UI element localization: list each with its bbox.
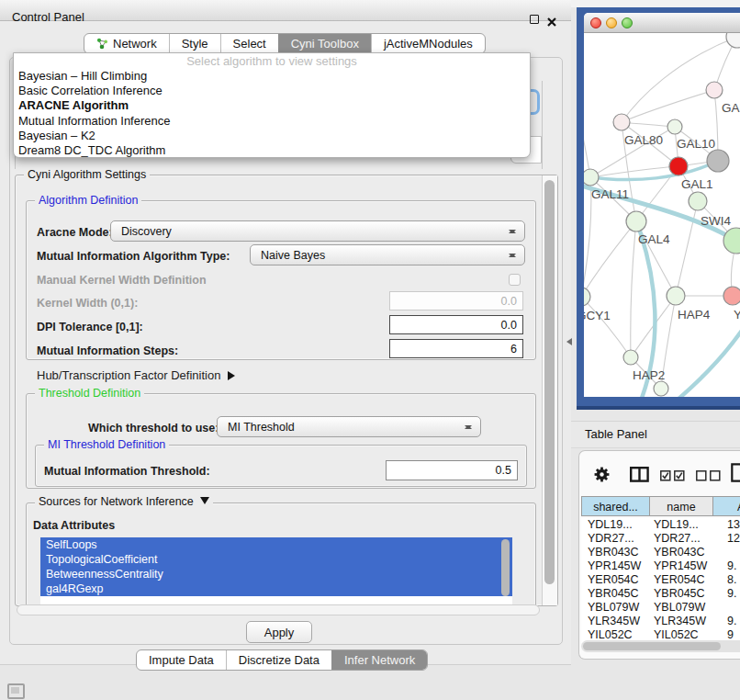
network-node-hap2[interactable]: [623, 350, 638, 365]
table-cell: YBR045C: [588, 587, 639, 601]
algorithm-item-bayesian-hill-climbing[interactable]: Bayesian – Hill Climbing: [14, 69, 530, 84]
table-row[interactable]: YDL19...YDL19...13: [581, 518, 740, 532]
dpi-tolerance-field[interactable]: 0.0: [389, 315, 523, 334]
network-node-unlabeled[interactable]: [654, 381, 668, 396]
network-canvas[interactable]: GALGAL80GAL10GAL1GAL11SWI4GAL4GCY1HAP4YH…: [584, 33, 740, 397]
table-row[interactable]: YBL079WYBL079W: [581, 601, 740, 615]
tab-style[interactable]: Style: [169, 34, 220, 53]
table-cell: YBL079W: [654, 601, 705, 615]
table-row[interactable]: YPR145WYPR145W9.: [581, 559, 740, 573]
group-border-fragment: [542, 81, 543, 169]
attributes-scrollbar-thumb[interactable]: [501, 539, 510, 596]
tab-network[interactable]: Network: [84, 34, 169, 53]
sources-title-row[interactable]: Sources for Network Inference: [35, 495, 213, 509]
aracne-mode-select[interactable]: Discovery: [110, 220, 525, 242]
network-node-swi4[interactable]: [689, 192, 707, 210]
network-edge: [631, 221, 636, 357]
tab-label: Infer Network: [344, 653, 415, 667]
network-node-hap4[interactable]: [667, 287, 685, 305]
aracne-mode-value: Discovery: [121, 225, 172, 238]
minimized-panel-icon[interactable]: [7, 683, 25, 699]
attribute-item-gal4rgexp[interactable]: gal4RGexp: [40, 581, 512, 596]
tab-jactivemnodules[interactable]: jActiveMNodules: [371, 34, 485, 53]
column-header-name[interactable]: name: [649, 496, 713, 516]
tab-label: Impute Data: [149, 653, 214, 667]
algorithm-item-mutual-information-inference[interactable]: Mutual Information Inference: [14, 114, 530, 129]
algorithm-item-dream8-dc-tdc-algorithm[interactable]: Dream8 DC_TDC Algorithm: [14, 143, 530, 158]
settings-hscrollbar[interactable]: [17, 604, 540, 615]
cyni-settings-title: Cyni Algorithm Settings: [24, 168, 150, 182]
checked-pair-icon[interactable]: [660, 470, 685, 481]
table-cell: YER054C: [654, 573, 705, 587]
network-node-gal4[interactable]: [626, 211, 646, 231]
minimize-traffic-light-icon[interactable]: [606, 17, 617, 28]
network-node-unlabeled[interactable]: [707, 150, 729, 172]
tab-impute-data[interactable]: Impute Data: [137, 650, 226, 670]
table-cell: YPR145W: [654, 559, 707, 573]
table-cell: 9.: [727, 559, 736, 573]
attribute-item-topologicalcoefficient[interactable]: TopologicalCoefficient: [40, 552, 512, 567]
network-window-titlebar[interactable]: [584, 13, 740, 33]
zoom-traffic-light-icon[interactable]: [622, 17, 633, 28]
network-node-gal80[interactable]: [613, 114, 630, 130]
network-node-gcy1[interactable]: [584, 288, 590, 306]
table-row[interactable]: YBR043CYBR043C: [581, 546, 740, 559]
table-cell: YDL19...: [654, 518, 699, 532]
node-label-swi4: SWI4: [701, 214, 731, 228]
network-node-gal10[interactable]: [667, 119, 682, 134]
attribute-item-selfloops[interactable]: SelfLoops: [40, 537, 512, 552]
network-node-gal1[interactable]: [669, 157, 688, 175]
close-traffic-light-icon[interactable]: [590, 17, 601, 28]
node-label-gal11: GAL11: [591, 187, 629, 201]
control-panel-title: Control Panel: [12, 10, 84, 24]
table-row[interactable]: YBR045CYBR045C9.: [581, 587, 740, 601]
table-row[interactable]: YDR27...YDR27...12: [581, 532, 740, 546]
which-threshold-select[interactable]: MI Threshold: [217, 416, 481, 437]
hub-definition-label: Hub/Transcription Factor Definition: [37, 368, 220, 382]
table-hscrollbar-thumb[interactable]: [583, 642, 721, 650]
table-cell: 8.: [727, 573, 736, 587]
network-node-unlabeled[interactable]: [723, 228, 740, 254]
float-window-icon[interactable]: [530, 15, 539, 24]
which-threshold-label: Which threshold to use:: [88, 422, 219, 435]
tab-discretize-data[interactable]: Discretize Data: [226, 650, 331, 670]
unchecked-pair-icon[interactable]: [696, 470, 721, 481]
table-cell: YDL19...: [588, 518, 633, 532]
algorithm-item-bayesian-k2[interactable]: Bayesian – K2: [14, 129, 530, 143]
mi-type-select[interactable]: Naive Bayes: [250, 244, 525, 265]
mi-threshold-field[interactable]: 0.5: [386, 460, 518, 480]
manual-kernel-checkbox[interactable]: [509, 274, 521, 286]
stepper-arrows-icon: [509, 249, 516, 262]
tab-select[interactable]: Select: [220, 34, 278, 53]
column-header-a[interactable]: A: [712, 496, 740, 516]
settings-scrollbar-thumb[interactable]: [544, 180, 555, 584]
data-attributes-list[interactable]: SelfLoopsTopologicalCoefficientBetweenne…: [40, 537, 512, 605]
tab-label: Discretize Data: [239, 653, 320, 667]
collapse-panel-arrow-icon[interactable]: [563, 338, 572, 345]
mi-steps-field[interactable]: 6: [389, 339, 523, 358]
network-node-unlabeled[interactable]: [726, 33, 740, 48]
close-panel-icon[interactable]: [547, 14, 556, 30]
table-cell: 12: [727, 532, 740, 546]
gear-icon[interactable]: [593, 466, 611, 483]
document-icon[interactable]: [731, 463, 740, 482]
node-label-gal: GAL: [722, 101, 740, 115]
network-node-gal11[interactable]: [584, 169, 599, 186]
hub-definition-expander[interactable]: Hub/Transcription Factor Definition: [37, 368, 240, 382]
table-row[interactable]: YLR345WYLR345W9.: [581, 615, 740, 628]
table-row[interactable]: YER054CYER054C8.: [581, 573, 740, 587]
kernel-width-field[interactable]: 0.0: [389, 291, 523, 310]
tab-infer-network[interactable]: Infer Network: [331, 650, 427, 670]
table-cell: YPR145W: [588, 559, 641, 573]
apply-button[interactable]: Apply: [246, 621, 312, 643]
algorithm-item-basic-correlation-inference[interactable]: Basic Correlation Inference: [14, 84, 530, 98]
stepper-arrows-icon: [509, 225, 516, 238]
network-node-gal[interactable]: [706, 82, 723, 98]
split-columns-icon[interactable]: [630, 467, 649, 482]
tab-cyni-toolbox[interactable]: Cyni Toolbox: [278, 34, 371, 53]
attribute-item-betweennesscentrality[interactable]: BetweennessCentrality: [40, 567, 512, 581]
network-node-y[interactable]: [723, 287, 740, 305]
algorithm-item-aracne-algorithm[interactable]: ARACNE Algorithm: [14, 98, 530, 113]
mi-steps-label: Mutual Information Steps:: [37, 344, 178, 357]
column-header-shared[interactable]: shared...: [581, 496, 650, 516]
